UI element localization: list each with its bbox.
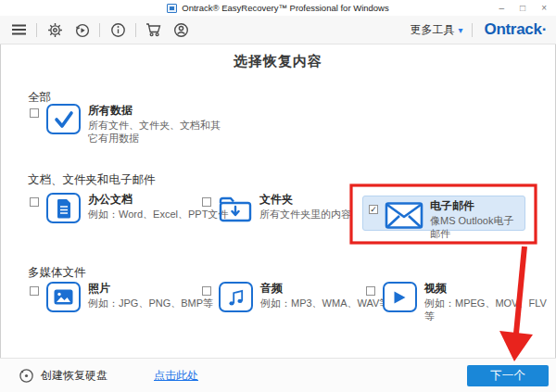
toolbar-divider bbox=[472, 23, 473, 37]
page-title: 选择恢复内容 bbox=[0, 53, 556, 70]
chevron-down-icon: ▾ bbox=[458, 25, 462, 35]
ontrack-logo: Ontrack· bbox=[482, 20, 547, 39]
checkbox-video[interactable] bbox=[366, 286, 375, 296]
photo-icon bbox=[46, 282, 81, 312]
tile-title: 文件夹 bbox=[259, 193, 351, 207]
tile-title: 视频 bbox=[424, 282, 556, 296]
recovery-disk-icon bbox=[19, 368, 34, 384]
video-play-icon bbox=[383, 282, 417, 312]
click-here-link[interactable]: 点击此处 bbox=[154, 368, 198, 384]
toolbar-left bbox=[9, 20, 190, 39]
section-heading-media: 多媒体文件 bbox=[28, 265, 86, 281]
tile-email-selected[interactable]: ✓ 电子邮件 像MS Outlook电子邮件 bbox=[362, 196, 525, 231]
maximize-button[interactable]: □ bbox=[520, 4, 525, 13]
tile-video[interactable]: 视频 例如：MPEG、MOV、FLV等 bbox=[366, 282, 556, 323]
toolbar: 更多工具 ▾ Ontrack· bbox=[0, 16, 556, 44]
window-controls: – □ × bbox=[499, 0, 547, 16]
tile-desc: 所有文件夹里的内容 bbox=[259, 208, 351, 221]
create-recovery-disk-label: 创建恢复硬盘 bbox=[41, 368, 107, 384]
footer-bar: 创建恢复硬盘 点击此处 下一个 bbox=[0, 358, 556, 392]
tile-title: 电子邮件 bbox=[430, 199, 521, 213]
toolbar-right: 更多工具 ▾ Ontrack· bbox=[410, 20, 547, 39]
close-button[interactable]: × bbox=[541, 4, 547, 13]
check-icon bbox=[46, 104, 81, 134]
tile-desc: 例如：MPEG、MOV、FLV等 bbox=[424, 297, 556, 323]
info-icon[interactable] bbox=[108, 20, 127, 39]
cart-icon[interactable] bbox=[145, 20, 163, 39]
section-heading-docs: 文档、文件夹和电子邮件 bbox=[28, 172, 156, 188]
more-tools-dropdown[interactable]: 更多工具 ▾ bbox=[410, 22, 462, 38]
window-title-group: Ontrack® EasyRecovery™ Professional for … bbox=[167, 3, 388, 13]
tile-desc: 例如：JPG、PNG、BMP等 bbox=[88, 297, 213, 310]
music-note-icon bbox=[219, 282, 253, 312]
window-title: Ontrack® EasyRecovery™ Professional for … bbox=[182, 3, 388, 13]
menu-icon[interactable] bbox=[9, 20, 28, 39]
more-tools-label: 更多工具 bbox=[410, 22, 454, 38]
checkbox-all-data[interactable] bbox=[30, 108, 39, 118]
tile-folders[interactable]: 文件夹 所有文件夹里的内容 bbox=[202, 193, 351, 223]
tile-office-docs[interactable]: 办公文档 例如：Word、Excel、PPT文件 bbox=[30, 193, 228, 223]
settings-gear-icon[interactable] bbox=[45, 20, 64, 39]
checkbox-email[interactable]: ✓ bbox=[369, 205, 378, 214]
tile-title: 照片 bbox=[88, 282, 213, 296]
tile-title: 所有数据 bbox=[88, 104, 229, 118]
tile-desc: 所有文件、文件夹、文档和其它有用数据 bbox=[88, 119, 229, 145]
checkbox-office-docs[interactable] bbox=[30, 197, 39, 207]
tile-audio[interactable]: 音频 例如：MP3、WMA、WAV等 bbox=[202, 282, 389, 312]
envelope-icon bbox=[385, 201, 423, 230]
account-icon[interactable] bbox=[171, 20, 190, 39]
history-icon[interactable] bbox=[72, 20, 91, 39]
checkbox-folders[interactable] bbox=[202, 197, 211, 207]
next-button[interactable]: 下一个 bbox=[467, 365, 549, 386]
app-icon bbox=[167, 4, 177, 13]
title-bar: Ontrack® EasyRecovery™ Professional for … bbox=[0, 0, 556, 16]
checkbox-audio[interactable] bbox=[202, 286, 211, 296]
tile-photos[interactable]: 照片 例如：JPG、PNG、BMP等 bbox=[30, 282, 213, 312]
document-icon bbox=[46, 193, 81, 223]
minimize-button[interactable]: – bbox=[499, 4, 505, 13]
toolbar-divider bbox=[36, 23, 37, 37]
tile-desc: 像MS Outlook电子邮件 bbox=[430, 214, 521, 241]
toolbar-divider bbox=[135, 23, 136, 37]
tile-all-data[interactable]: 所有数据 所有文件、文件夹、文档和其它有用数据 bbox=[30, 104, 229, 145]
folder-download-icon bbox=[219, 195, 252, 223]
app-window: Ontrack® EasyRecovery™ Professional for … bbox=[0, 0, 556, 392]
checkbox-photos[interactable] bbox=[30, 286, 39, 296]
toolbar-divider bbox=[99, 23, 100, 37]
